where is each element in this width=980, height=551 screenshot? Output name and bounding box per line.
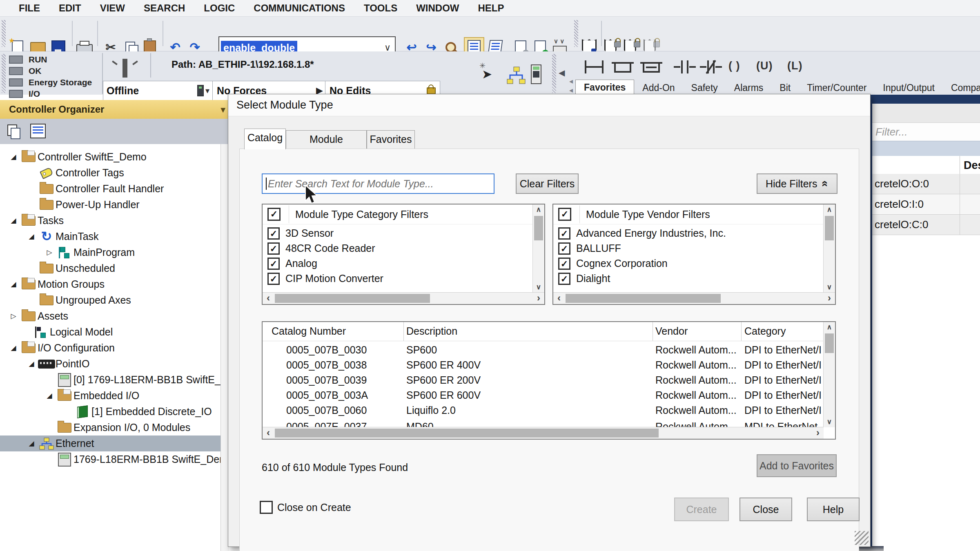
contact-nc-icon[interactable]	[699, 57, 723, 77]
tree-item-embedded-io[interactable]: Embedded I/O	[0, 388, 220, 404]
clear-filters-button[interactable]: Clear Filters	[516, 173, 579, 194]
table-vertical-scrollbar[interactable]	[823, 322, 835, 427]
menu-file[interactable]: FILE	[19, 2, 40, 14]
tab-alarms[interactable]: Alarms	[726, 81, 772, 95]
tree-item-tasks[interactable]: Tasks	[0, 213, 220, 229]
column-divider[interactable]	[403, 322, 404, 341]
tab-add-on[interactable]: Add-On	[634, 81, 683, 95]
category-checkbox[interactable]	[267, 258, 280, 270]
expander-icon[interactable]	[7, 216, 20, 225]
organizer-collapse-icon[interactable]	[219, 104, 227, 115]
tab-timer-counter[interactable]: Timer/Counter	[799, 81, 875, 95]
tab-bit[interactable]: Bit	[771, 81, 799, 95]
expander-icon[interactable]	[7, 280, 20, 289]
tree-item-powerup-handler[interactable]: Power-Up Handler	[0, 197, 220, 213]
category-horizontal-scrollbar[interactable]	[263, 292, 544, 304]
scroll-up-icon[interactable]	[533, 204, 544, 215]
resize-grip[interactable]	[855, 531, 869, 545]
tab-scroll-left-icon[interactable]: ◂ ◂	[567, 77, 575, 95]
tag-row[interactable]: cretelO:I:0	[872, 194, 980, 215]
scroll-thumb[interactable]	[275, 429, 659, 438]
column-category[interactable]: Category	[744, 325, 786, 337]
tree-item-io-configuration[interactable]: I/O Configuration	[0, 340, 220, 356]
scroll-up-icon[interactable]	[824, 322, 835, 333]
expander-icon[interactable]	[25, 360, 38, 368]
scroll-thumb[interactable]	[825, 216, 834, 240]
expander-icon[interactable]	[43, 391, 56, 400]
category-all-checkbox[interactable]	[267, 208, 281, 221]
scroll-thumb[interactable]	[534, 216, 543, 240]
hide-filters-button[interactable]: Hide Filters	[757, 173, 837, 194]
module-search-input[interactable]: Enter Search Text for Module Type...	[262, 173, 494, 194]
tag-row[interactable]: cretelO:O:0	[872, 174, 980, 194]
tab-favorites[interactable]: Favorites	[367, 130, 415, 149]
list-view-icon[interactable]	[30, 124, 46, 138]
scroll-right-icon[interactable]	[812, 427, 824, 439]
stacked-pages-icon[interactable]	[7, 124, 17, 136]
menu-window[interactable]: WINDOW	[416, 2, 459, 14]
branch-icon[interactable]	[610, 57, 635, 77]
tree-item-mainprogram[interactable]: MainProgram	[0, 244, 220, 260]
tree-item-ungrouped-axes[interactable]: Ungrouped Axes	[0, 292, 220, 308]
tab-safety[interactable]: Safety	[683, 81, 726, 95]
menu-view[interactable]: VIEW	[100, 2, 125, 14]
expander-icon[interactable]	[7, 344, 20, 352]
vendor-all-checkbox[interactable]	[558, 208, 571, 221]
scroll-left-icon[interactable]	[263, 427, 274, 439]
tab-compare[interactable]: Compa	[943, 81, 980, 95]
column-divider[interactable]	[741, 322, 742, 341]
contact-no-icon[interactable]	[673, 57, 697, 77]
tree-item-controller-tags[interactable]: Controller Tags	[0, 165, 220, 181]
tree-item-expansion-io[interactable]: Expansion I/O, 0 Modules	[0, 420, 220, 435]
category-checkbox[interactable]	[267, 273, 280, 285]
expander-icon[interactable]	[25, 439, 38, 448]
vendor-vertical-scrollbar[interactable]	[823, 204, 835, 293]
coil-latch-icon[interactable]: (L)	[787, 60, 802, 72]
organizer-header[interactable]: Controller Organizer	[0, 100, 238, 119]
network-browse-icon[interactable]	[506, 65, 527, 87]
coil-unlatch-icon[interactable]: (U)	[756, 60, 773, 72]
scroll-thumb[interactable]	[275, 294, 430, 303]
tab-favorites[interactable]: Favorites	[575, 80, 634, 95]
expander-icon[interactable]	[25, 232, 38, 241]
tree-item-logical-model[interactable]: Logical Model	[0, 324, 220, 340]
scroll-right-icon[interactable]	[824, 293, 835, 304]
tree-item-fault-handler[interactable]: Controller Fault Handler	[0, 181, 220, 197]
scroll-thumb[interactable]	[566, 294, 721, 303]
add-to-favorites-button[interactable]: Add to Favorites	[757, 454, 837, 477]
close-on-create-label[interactable]: Close on Create	[277, 502, 351, 513]
scroll-right-icon[interactable]	[533, 293, 544, 304]
vendor-checkbox[interactable]	[558, 258, 570, 270]
category-checkbox[interactable]	[267, 242, 280, 255]
category-checkbox[interactable]	[267, 227, 280, 240]
mode-dropdown-icon[interactable]	[205, 86, 209, 96]
vendor-horizontal-scrollbar[interactable]	[553, 292, 835, 304]
tree-item-unscheduled[interactable]: Unscheduled	[0, 260, 220, 276]
vendor-checkbox[interactable]	[558, 227, 570, 240]
coil-icon[interactable]: ( )	[728, 60, 740, 72]
comm-path-label[interactable]: Path: AB_ETHIP-1\192.168.1.8*	[172, 59, 314, 70]
column-catalog-number[interactable]: Catalog Number	[272, 325, 346, 337]
scroll-thumb[interactable]	[825, 333, 834, 353]
scroll-left-icon[interactable]	[263, 293, 274, 304]
menu-tools[interactable]: TOOLS	[364, 2, 397, 14]
branch-level-icon[interactable]	[639, 57, 664, 77]
tree-item-ethernet-module[interactable]: 1769-L18ERM-BB1B SwiftE_Demo	[0, 451, 220, 467]
tree-item-pointio[interactable]: PointIO	[0, 356, 220, 372]
column-vendor[interactable]: Vendor	[655, 325, 688, 337]
tag-row[interactable]: cretelO:C:0	[872, 215, 980, 235]
tree-item-maintask[interactable]: MainTask	[0, 229, 220, 244]
module-browse-icon[interactable]	[531, 64, 541, 84]
tab-input-output[interactable]: Input/Output	[875, 81, 943, 95]
rung-icon[interactable]	[581, 57, 607, 77]
scroll-down-icon[interactable]	[824, 282, 835, 293]
tab-module-discovery[interactable]: Module Discovery	[286, 130, 367, 149]
select-cursor-icon[interactable]: ➤✳	[482, 67, 492, 81]
scroll-down-icon[interactable]	[533, 282, 544, 293]
tree-item-embedded-discrete-io[interactable]: [1] Embedded Discrete_IO	[0, 404, 220, 420]
scroll-down-icon[interactable]	[824, 417, 835, 427]
expander-icon[interactable]	[7, 153, 20, 161]
tag-filter-input[interactable]: Filter...	[872, 123, 980, 141]
category-vertical-scrollbar[interactable]	[532, 204, 544, 293]
tree-item-assets[interactable]: Assets	[0, 308, 220, 324]
